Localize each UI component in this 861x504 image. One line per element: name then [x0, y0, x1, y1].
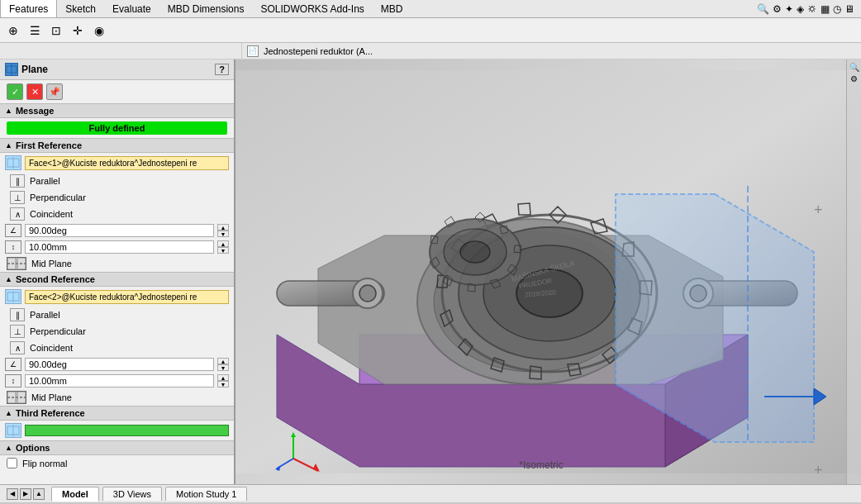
menu-solidworks-addins[interactable]: SOLIDWORKS Add-Ins — [252, 0, 372, 17]
second-angle-input[interactable] — [25, 358, 214, 371]
menu-sketch[interactable]: Sketch — [57, 0, 104, 17]
first-distance-icon: ↕ — [5, 240, 21, 254]
control-buttons: ✓ ✕ 📌 — [0, 80, 234, 103]
first-distance-spinner[interactable]: ▲▼ — [217, 240, 229, 254]
second-mid-plane-label[interactable]: Mid Plane — [31, 392, 72, 402]
right-panel-icons: 🔍 ⚙ — [846, 59, 861, 484]
third-ref-face-value[interactable] — [25, 425, 229, 436]
panel-title: Plane — [21, 64, 48, 75]
toolbar-btn-cross[interactable]: ✛ — [68, 21, 88, 40]
options-section-header[interactable]: ▲ Options — [0, 440, 234, 455]
first-angle-icon: ∠ — [5, 224, 21, 237]
toolbar-icon-8[interactable]: 🖥 — [844, 3, 854, 15]
toolbar-icon-4[interactable]: ◈ — [797, 3, 804, 15]
menu-features[interactable]: Features — [0, 0, 57, 17]
second-parallel-label[interactable]: Parallel — [30, 310, 60, 320]
first-angle-row: ∠ ▲▼ — [0, 222, 234, 239]
help-button[interactable]: ? — [215, 64, 229, 75]
3d-model-view: MAŠINSKA ŠKOLA PRIJEDOR 2019/2020 — [235, 59, 861, 484]
second-ref-arrow-icon: ▲ — [5, 275, 12, 283]
toolbar-icon-5[interactable]: ⛭ — [807, 3, 817, 15]
svg-point-37 — [359, 285, 376, 302]
second-ref-input-row: Face<2>@Kuciste reduktora^Jednostepeni r… — [0, 287, 234, 307]
first-ref-coincident-row: ∧ Coincident — [0, 206, 234, 222]
third-ref-icon — [5, 423, 21, 438]
second-distance-icon: ↕ — [5, 374, 21, 388]
coincident-label[interactable]: Coincident — [30, 209, 73, 219]
second-ref-perpendicular-row: ⊥ Perpendicular — [0, 323, 234, 340]
main-layout: Plane ? ✓ ✕ 📌 ▲ Message Fully defined ▲ … — [0, 59, 861, 484]
toolbar-icon-3[interactable]: ✦ — [785, 3, 793, 15]
svg-point-33 — [460, 241, 490, 263]
menu-bar: Features Sketch Evaluate MBD Dimensions … — [0, 0, 861, 18]
right-icon-1[interactable]: 🔍 — [849, 63, 859, 72]
coincident-icon: ∧ — [10, 207, 25, 221]
tab-3d-views[interactable]: 3D Views — [102, 487, 162, 501]
svg-text:+: + — [814, 462, 823, 478]
message-area: Fully defined — [0, 118, 234, 138]
right-icon-2[interactable]: ⚙ — [850, 74, 858, 83]
tab-model[interactable]: Model — [51, 487, 99, 502]
first-mid-plane-row: Mid Plane — [0, 255, 234, 272]
second-distance-input[interactable] — [25, 374, 214, 388]
menu-mbd-dimensions[interactable]: MBD Dimensions — [159, 0, 253, 17]
tab-motion-study[interactable]: Motion Study 1 — [165, 487, 247, 501]
message-arrow-icon: ▲ — [5, 107, 12, 115]
flip-normal-label: Flip normal — [22, 459, 67, 468]
nav-up-btn[interactable]: ▲ — [33, 488, 45, 500]
second-angle-spinner[interactable]: ▲▼ — [217, 358, 229, 371]
second-distance-spinner[interactable]: ▲▼ — [217, 374, 229, 388]
first-ref-face-value[interactable]: Face<1>@Kuciste reduktora^Jednostepeni r… — [25, 156, 229, 170]
message-label: Message — [16, 106, 54, 116]
cancel-button[interactable]: ✕ — [26, 83, 43, 100]
second-perpendicular-label[interactable]: Perpendicular — [30, 326, 86, 336]
third-ref-input-row — [0, 421, 234, 440]
first-ref-arrow-icon: ▲ — [5, 141, 12, 150]
left-panel: Plane ? ✓ ✕ 📌 ▲ Message Fully defined ▲ … — [0, 59, 235, 484]
second-parallel-icon: ∥ — [10, 308, 25, 321]
second-coincident-label[interactable]: Coincident — [30, 343, 73, 353]
first-angle-spinner[interactable]: ▲▼ — [217, 224, 229, 237]
second-ref-coincident-row: ∧ Coincident — [0, 340, 234, 356]
first-mid-plane-icon — [7, 257, 26, 270]
toolbar-btn-circle[interactable]: ◉ — [89, 21, 109, 40]
second-ref-face-value[interactable]: Face<2>@Kuciste reduktora^Jednostepeni r… — [25, 290, 229, 304]
first-mid-plane-label[interactable]: Mid Plane — [31, 259, 72, 269]
first-ref-input-row: Face<1>@Kuciste reduktora^Jednostepeni r… — [0, 153, 234, 173]
toolbar-icon-6[interactable]: ▦ — [821, 3, 830, 15]
first-angle-input[interactable] — [25, 224, 214, 237]
second-angle-icon: ∠ — [5, 358, 21, 371]
toolbar-icon-1[interactable]: 🔍 — [757, 3, 769, 15]
toolbar-btn-box[interactable]: ⊡ — [46, 21, 66, 40]
document-icon: 📄 — [247, 45, 259, 57]
third-ref-arrow-icon: ▲ — [5, 409, 12, 417]
toolbar-icon-7[interactable]: ◷ — [833, 3, 841, 15]
toolbar-btn-select[interactable]: ⊕ — [3, 21, 23, 40]
viewport[interactable]: MAŠINSKA ŠKOLA PRIJEDOR 2019/2020 — [235, 59, 861, 484]
third-reference-header[interactable]: ▲ Third Reference — [0, 406, 234, 421]
first-distance-input[interactable] — [25, 240, 214, 254]
second-ref-icon — [5, 289, 21, 304]
options-label: Options — [16, 443, 50, 453]
first-ref-icon — [5, 155, 21, 170]
second-mid-plane-icon — [7, 391, 26, 404]
perpendicular-label[interactable]: Perpendicular — [30, 193, 86, 202]
message-section-header[interactable]: ▲ Message — [0, 103, 234, 118]
second-reference-header[interactable]: ▲ Second Reference — [0, 272, 234, 287]
flip-normal-checkbox[interactable] — [7, 458, 17, 468]
first-reference-header[interactable]: ▲ First Reference — [0, 138, 234, 153]
nav-right-btn[interactable]: ▶ — [20, 488, 31, 500]
toolbar-icon-2[interactable]: ⚙ — [773, 3, 782, 15]
first-distance-row: ↕ ▲▼ — [0, 239, 234, 255]
first-reference-label: First Reference — [16, 140, 82, 150]
viewport-header: 📄 Jednostepeni reduktor (A... — [0, 43, 861, 59]
toolbar: ⊕ ☰ ⊡ ✛ ◉ — [0, 18, 861, 43]
nav-left-btn[interactable]: ◀ — [7, 488, 18, 500]
menu-evaluate[interactable]: Evaluate — [104, 0, 159, 17]
pushpin-button[interactable]: 📌 — [46, 83, 63, 100]
options-arrow-icon: ▲ — [5, 444, 12, 452]
toolbar-btn-menu[interactable]: ☰ — [25, 21, 45, 40]
parallel-label[interactable]: Parallel — [30, 176, 60, 186]
menu-mbd[interactable]: MBD — [373, 0, 411, 17]
confirm-button[interactable]: ✓ — [7, 83, 23, 100]
